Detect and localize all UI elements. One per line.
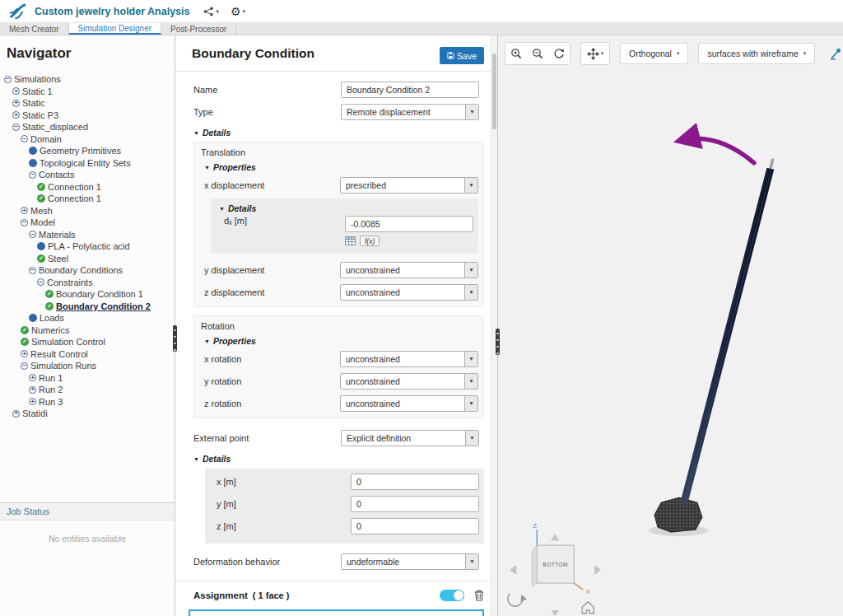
expand-plus-icon[interactable]: + xyxy=(21,207,28,214)
rotation-properties-header[interactable]: ▼ Properties xyxy=(194,333,483,348)
type-select[interactable]: Remote displacement ▼ xyxy=(341,104,479,120)
tree-item-result-control[interactable]: +Result Control xyxy=(0,348,175,361)
tab-post-processor[interactable]: Post-Processor xyxy=(161,23,236,35)
expand-minus-icon[interactable]: − xyxy=(21,362,28,370)
tree-item-static[interactable]: +Static xyxy=(0,97,175,110)
expand-minus-icon[interactable]: − xyxy=(21,219,28,226)
home-view-icon[interactable] xyxy=(582,602,594,614)
tree-item-boundary-condition-2[interactable]: ✓Boundary Condition 2 xyxy=(0,301,175,313)
tree-item-boundary-conditions[interactable]: −Boundary Conditions xyxy=(0,264,175,277)
zoom-out-button[interactable] xyxy=(527,43,548,64)
panel-scrollbar[interactable] xyxy=(491,35,497,616)
tree-item-simulations[interactable]: −Simulations xyxy=(0,73,175,86)
zoom-in-button[interactable] xyxy=(505,43,527,64)
settings-menu-button[interactable]: ⚙ ▾ xyxy=(228,4,248,19)
tree-item-connection-1[interactable]: ✓Connection 1 xyxy=(0,181,175,194)
table-input-icon[interactable] xyxy=(345,236,356,245)
expand-minus-icon[interactable]: − xyxy=(4,76,12,83)
z-displacement-select[interactable]: unconstrained ▼ xyxy=(340,284,478,301)
projection-dropdown[interactable]: Orthogonal ▾ xyxy=(620,43,688,64)
expand-plus-icon[interactable]: + xyxy=(12,100,20,107)
navigator-resize-handle[interactable] xyxy=(173,325,177,352)
translation-properties-header[interactable]: ▼ Properties xyxy=(194,159,483,174)
tree-item-contacts[interactable]: −Contacts xyxy=(0,169,175,181)
tree-item-pla-polylactic-acid[interactable]: PLA - Polylactic acid xyxy=(0,240,175,253)
expand-minus-icon[interactable]: − xyxy=(29,171,36,179)
expand-plus-icon[interactable]: + xyxy=(21,350,28,357)
expand-plus-icon[interactable]: + xyxy=(29,398,36,405)
expand-plus-icon[interactable]: + xyxy=(12,87,20,95)
tree-item-static-p3[interactable]: +Static P3 xyxy=(0,110,175,122)
tree-item-run-1[interactable]: +Run 1 xyxy=(0,372,175,385)
expand-minus-icon[interactable]: − xyxy=(12,124,20,131)
expand-plus-icon[interactable]: + xyxy=(12,111,20,119)
move-tool-button[interactable]: ▾ xyxy=(581,43,609,64)
tree-item-geometry-primitives[interactable]: Geometry Primitives xyxy=(0,145,175,157)
tree-item-static-displaced[interactable]: −Static_displaced xyxy=(0,121,175,133)
tree-item-mesh[interactable]: +Mesh xyxy=(0,205,175,217)
assignment-toggle[interactable] xyxy=(440,590,464,601)
external-point-select[interactable]: Explicit definition ▼ xyxy=(341,430,479,446)
tree-item-model[interactable]: −Model xyxy=(0,217,175,229)
deformation-behavior-select[interactable]: undeformable ▼ xyxy=(341,553,479,570)
expand-minus-icon[interactable]: − xyxy=(29,267,36,274)
3d-scene[interactable]: Z BOTTOM X xyxy=(498,35,843,616)
expand-plus-icon[interactable]: + xyxy=(12,410,20,418)
name-input[interactable] xyxy=(341,82,479,98)
x-displacement-details-header[interactable]: ▼ Details xyxy=(211,200,478,215)
rotate-left-arrow[interactable] xyxy=(510,565,516,575)
delete-assignment-icon[interactable] xyxy=(474,590,484,601)
tree-item-steel[interactable]: ✓Steel xyxy=(0,253,175,265)
job-status-header[interactable]: Job Status xyxy=(0,502,175,520)
tree-item-run-2[interactable]: +Run 2 xyxy=(0,384,175,396)
panel-resize-handle[interactable] xyxy=(496,329,500,355)
tree-item-simulation-runs[interactable]: −Simulation Runs xyxy=(0,360,175,372)
expand-plus-icon[interactable]: + xyxy=(29,386,36,394)
tree-item-topological-entity-sets[interactable]: Topological Entity Sets xyxy=(0,157,175,170)
rotate-down-arrow[interactable] xyxy=(551,610,559,616)
details-section-header[interactable]: ▼ Details xyxy=(175,123,497,140)
save-button[interactable]: Save xyxy=(440,47,484,64)
dx-input[interactable] xyxy=(345,216,473,232)
external-point-details-header[interactable]: ▼ Details xyxy=(175,449,497,466)
rod-geometry[interactable] xyxy=(681,168,775,504)
tab-simulation-designer[interactable]: Simulation Designer xyxy=(69,23,162,35)
tree-item-static-1[interactable]: +Static 1 xyxy=(0,86,175,98)
z-rotation-select[interactable]: unconstrained ▼ xyxy=(340,395,478,412)
tree-item-run-3[interactable]: +Run 3 xyxy=(0,396,175,408)
tab-mesh-creator[interactable]: Mesh Creator xyxy=(0,23,69,35)
panel-scrollbar-thumb[interactable] xyxy=(492,54,496,129)
tree-item-constraints[interactable]: −Constraints xyxy=(0,277,175,289)
rotate-up-arrow[interactable] xyxy=(551,534,559,540)
ext-z-input[interactable] xyxy=(351,518,479,534)
tree-item-domain[interactable]: −Domain xyxy=(0,133,175,146)
reset-view-button[interactable] xyxy=(548,43,570,64)
ext-y-input[interactable] xyxy=(351,496,479,512)
y-rotation-select[interactable]: unconstrained ▼ xyxy=(340,373,478,390)
assignment-selection-box[interactable] xyxy=(189,609,484,616)
expand-plus-icon[interactable]: + xyxy=(29,374,36,381)
x-displacement-select[interactable]: prescribed ▼ xyxy=(340,177,478,194)
tree-item-loads[interactable]: Loads xyxy=(0,312,175,324)
expand-minus-icon[interactable]: − xyxy=(21,135,28,142)
x-rotation-select[interactable]: unconstrained ▼ xyxy=(340,351,478,367)
expand-minus-icon[interactable]: − xyxy=(37,278,44,286)
tree-item-connection-1[interactable]: ✓Connection 1 xyxy=(0,193,175,205)
roll-rotate-icon[interactable] xyxy=(508,594,523,606)
tree-item-boundary-condition-1[interactable]: ✓Boundary Condition 1 xyxy=(0,288,175,301)
ext-x-input[interactable] xyxy=(351,474,479,490)
base-geometry[interactable] xyxy=(654,497,702,532)
tree-item-numerics[interactable]: ✓Numerics xyxy=(0,324,175,337)
formula-input-button[interactable]: f(x) xyxy=(360,236,380,246)
tree-item-materials[interactable]: −Materials xyxy=(0,229,175,241)
rotate-right-arrow[interactable] xyxy=(594,565,601,575)
expand-minus-icon[interactable]: − xyxy=(29,231,36,238)
tree-item-statidi[interactable]: +Statidi xyxy=(0,408,175,420)
orientation-cube[interactable]: Z BOTTOM X xyxy=(508,522,601,616)
rod-tip[interactable] xyxy=(771,159,773,169)
share-menu-button[interactable]: ▾ xyxy=(201,5,221,18)
render-mode-dropdown[interactable]: surfaces with wireframe ▾ xyxy=(698,43,815,64)
y-displacement-select[interactable]: unconstrained ▼ xyxy=(340,262,478,278)
probe-point-button[interactable] xyxy=(825,43,843,64)
tree-item-simulation-control[interactable]: ✓Simulation Control xyxy=(0,336,175,348)
